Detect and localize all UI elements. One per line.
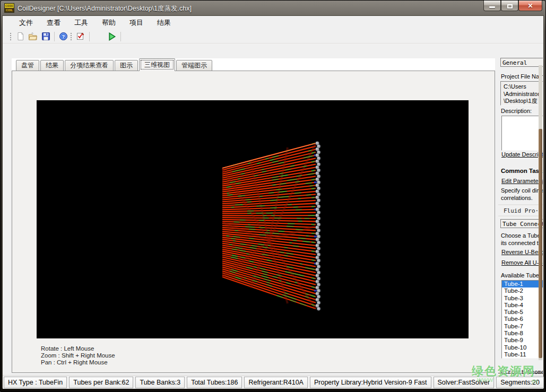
toolbar: ? <box>3 30 543 43</box>
app-window: CEEE COIL CoilDesigner [C:\Users\Adminis… <box>0 0 546 392</box>
specify-text: Specify coil dimecorrelations. <box>501 187 543 202</box>
tube-list-item[interactable]: Tube-8 <box>502 330 543 337</box>
tube-list-item[interactable]: Tube-11 <box>502 351 543 358</box>
update-description-link[interactable]: Update Description <box>501 151 543 158</box>
tube-list-items: Tube-1Tube-2Tube-3Tube-4Tube-5Tube-6Tube… <box>502 281 543 358</box>
status-panel: Solver:FastSolver <box>434 377 495 388</box>
menu-item[interactable]: 帮助 <box>95 16 123 29</box>
app-icon-text-bottom: COIL <box>5 8 14 12</box>
divider <box>498 205 543 205</box>
tab[interactable]: 管端图示 <box>176 60 212 71</box>
open-file-icon <box>28 32 38 41</box>
path-line: \Desktop\1度 <box>504 98 543 105</box>
toolbar-grip[interactable] <box>9 32 12 41</box>
hint-line: Zoom : Shift + Right Mouse <box>41 352 115 359</box>
status-panel: Total Tubes:186 <box>187 377 242 388</box>
status-panels: HX Type : TubeFinTubes per Bank:62Tube B… <box>4 377 544 388</box>
tube-connections-header[interactable]: Tube Connections <box>500 219 543 228</box>
tube-list-item[interactable]: Tube-1 <box>502 281 543 288</box>
tab[interactable]: 结果 <box>40 60 64 71</box>
tube-list-item[interactable]: Tube-3 <box>502 295 543 302</box>
run-simulation-button[interactable] <box>106 31 118 42</box>
tube-list-item[interactable]: Tube-5 <box>502 309 543 316</box>
new-document-button[interactable] <box>14 31 27 42</box>
maximize-icon <box>507 4 513 8</box>
viewport-3d[interactable] <box>37 100 469 338</box>
divider <box>498 216 543 216</box>
description-label: Description: <box>501 108 543 114</box>
toolbar-separator <box>54 32 55 41</box>
choose-line: Choose a Tube <box>501 232 543 240</box>
menu-item[interactable]: 文件 <box>12 16 40 29</box>
tab[interactable]: 分项结果查看 <box>65 60 114 71</box>
status-panel: Property Library:Hybrid Version-9 Fast <box>310 377 431 388</box>
help-icon: ? <box>59 32 68 41</box>
menu-item[interactable]: 项目 <box>123 16 150 29</box>
specify-line: correlations. <box>501 195 543 202</box>
status-panel: Tube Banks:3 <box>135 377 185 388</box>
toolbar-separator <box>89 32 90 41</box>
new-document-icon <box>16 32 25 41</box>
reverse-ubends-link[interactable]: Reverse U-Bends <box>501 249 543 255</box>
mouse-hints: Rotate : Left MouseZoom : Shift + Right … <box>41 345 115 366</box>
status-panel: Segments:20 <box>496 377 544 388</box>
run-icon <box>107 32 117 41</box>
status-panel: Refrigerant:R410A <box>244 377 308 388</box>
close-button[interactable]: ✕ <box>518 1 542 11</box>
help-button[interactable]: ? <box>57 31 70 42</box>
save-icon <box>41 32 50 41</box>
circuit-geometry-header[interactable]: Circuit Geome <box>501 369 543 375</box>
minimize-button[interactable] <box>483 1 501 11</box>
toolbar-separator <box>120 32 121 41</box>
minimize-icon <box>489 6 495 8</box>
menu-item[interactable]: 查看 <box>40 16 67 29</box>
sidebar-scroll-thumb[interactable] <box>539 129 542 358</box>
sidebar-scrollbar[interactable] <box>539 65 542 360</box>
choose-line: its connected tu <box>501 240 543 247</box>
save-button[interactable] <box>39 31 52 42</box>
edit-parameters-icon <box>76 32 85 41</box>
open-file-button[interactable] <box>27 31 39 42</box>
menu-bar: 文件查看工具帮助项目结果 <box>3 16 543 30</box>
description-input[interactable] <box>501 116 543 151</box>
edit-parameters-link[interactable]: Edit Parameters <box>501 178 543 184</box>
fluid-properties-header[interactable]: Fluid Pro··· <box>504 207 543 214</box>
tube-list: Tube-1Tube-2Tube-3Tube-4Tube-5Tube-6Tube… <box>501 280 543 359</box>
specify-line: Specify coil dime <box>501 187 543 195</box>
app-icon-text-top: CEEE <box>5 4 14 8</box>
toolbar-grip[interactable] <box>70 32 73 41</box>
path-line: C:\Users <box>504 83 543 91</box>
close-icon: ✕ <box>527 2 533 10</box>
tube-list-item[interactable]: Tube-6 <box>502 316 543 323</box>
tube-list-item[interactable]: Tube-7 <box>502 323 543 330</box>
maximize-button[interactable] <box>501 1 518 11</box>
menu-item[interactable]: 结果 <box>150 16 178 29</box>
status-bar: HX Type : TubeFinTubes per Bank:62Tube B… <box>3 375 543 389</box>
project-file-path: C:\Users\Administrator\Desktop\1度 <box>500 81 543 106</box>
tab-page-3d-view: Rotate : Left MouseZoom : Shift + Right … <box>12 71 495 373</box>
tube-list-item[interactable]: Tube-10 <box>502 344 543 351</box>
status-panel: HX Type : TubeFin <box>4 377 67 388</box>
hint-line: Rotate : Left Mouse <box>41 345 115 352</box>
tube-list-item[interactable]: Tube-4 <box>502 302 543 309</box>
window-title: CoilDesigner [C:\Users\Administrator\Des… <box>18 4 192 13</box>
available-tubes-label: Available Tubes <box>501 272 543 278</box>
remove-ubends-link[interactable]: Remove All U-Bends <box>501 259 543 266</box>
tab[interactable]: 图示 <box>115 60 138 71</box>
tube-list-item[interactable]: Tube-2 <box>502 288 543 294</box>
hint-line: Pan : Ctrl + Right Mouse <box>41 359 115 366</box>
choose-tube-text: Choose a Tubeits connected tu <box>501 232 543 247</box>
path-line: \Administrator <box>504 91 543 98</box>
menu-item[interactable]: 工具 <box>67 16 95 29</box>
titlebar[interactable]: CEEE COIL CoilDesigner [C:\Users\Adminis… <box>1 1 545 15</box>
status-panel: Tubes per Bank:62 <box>69 377 133 388</box>
sidebar: General Project File Name: C:\Users\Admi… <box>498 57 543 376</box>
project-file-label: Project File Name: <box>501 73 543 80</box>
svg-text:?: ? <box>62 33 65 39</box>
tube-list-item[interactable]: Tube-9 <box>502 337 543 344</box>
tab[interactable]: 盘管 <box>16 60 39 71</box>
edit-parameters-button[interactable] <box>74 31 87 42</box>
tab-strip: 盘管结果分项结果查看图示三维视图管端图示 <box>12 58 495 71</box>
tab[interactable]: 三维视图 <box>139 58 175 71</box>
general-group-header[interactable]: General <box>500 58 543 67</box>
